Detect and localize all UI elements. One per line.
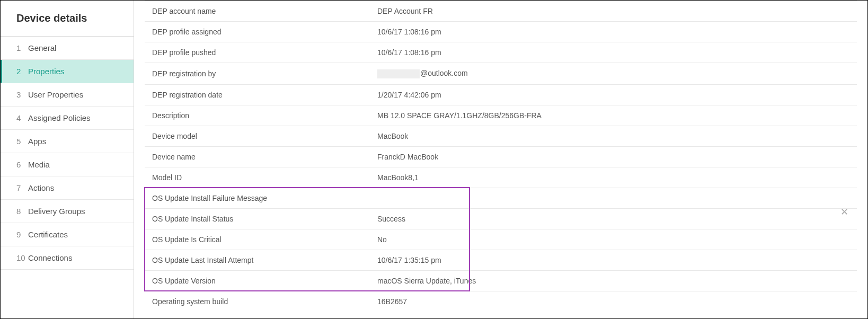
sidebar-item-num: 3: [16, 90, 27, 99]
sidebar-item-label: User Properties: [28, 90, 83, 99]
property-value: 10/6/17 1:08:16 pm: [370, 42, 857, 63]
sidebar-item-assigned-policies[interactable]: 4Assigned Policies: [1, 107, 134, 130]
property-label: Device model: [145, 126, 370, 146]
property-value: macOS Sierra Update, iTunes: [370, 270, 857, 291]
sidebar-item-media[interactable]: 6Media: [1, 153, 134, 176]
table-row: OS Update Is CriticalNo: [145, 229, 857, 250]
table-row: DEP profile assigned10/6/17 1:08:16 pm: [145, 22, 857, 42]
sidebar-item-num: 6: [16, 160, 27, 169]
sidebar-item-label: Certificates: [28, 230, 68, 239]
property-label: Model ID: [145, 167, 370, 188]
property-label: Device name: [145, 146, 370, 167]
property-value: MB 12.0 SPACE GRAY/1.1GHZ/8GB/256GB-FRA: [370, 105, 857, 126]
property-value: MacBook: [370, 126, 857, 146]
property-label: OS Update Install Failure Message: [145, 188, 370, 208]
sidebar-item-num: 4: [16, 113, 27, 122]
sidebar-nav: 1General2Properties3User Properties4Assi…: [1, 37, 134, 270]
table-row: Operating system build16B2657: [145, 291, 857, 312]
sidebar-item-connections[interactable]: 10Connections: [1, 246, 134, 270]
property-value: [370, 188, 857, 208]
table-row: Device nameFranckD MacBook: [145, 146, 857, 167]
sidebar-title: Device details: [1, 1, 134, 37]
table-row: DEP registration by@outlook.com: [145, 63, 857, 85]
property-value: 16B2657: [370, 291, 857, 312]
property-label: OS Update Install Status: [145, 208, 370, 229]
table-row: Model IDMacBook8,1: [145, 167, 857, 188]
sidebar-item-certificates[interactable]: 9Certificates: [1, 223, 134, 246]
table-row: DEP registration date1/20/17 4:42:06 pm: [145, 84, 857, 105]
table-row: Device modelMacBook: [145, 126, 857, 146]
property-label: DEP registration by: [145, 63, 370, 85]
redacted-block: [377, 69, 420, 78]
sidebar-item-label: Properties: [28, 67, 64, 76]
sidebar-item-num: 5: [16, 137, 27, 146]
property-value: 10/6/17 1:35:15 pm: [370, 250, 857, 270]
sidebar-item-actions[interactable]: 7Actions: [1, 176, 134, 200]
sidebar-item-label: Media: [28, 160, 50, 169]
property-value-text: @outlook.com: [420, 69, 468, 77]
sidebar-item-num: 1: [16, 43, 27, 52]
table-row: OS Update Last Install Attempt10/6/17 1:…: [145, 250, 857, 270]
sidebar-item-delivery-groups[interactable]: 8Delivery Groups: [1, 200, 134, 223]
sidebar-item-label: Apps: [28, 137, 46, 146]
sidebar-item-num: 10: [16, 253, 27, 262]
property-label: Operating system build: [145, 291, 370, 312]
property-label: DEP profile assigned: [145, 22, 370, 42]
property-value: No: [370, 229, 857, 250]
close-icon[interactable]: ✕: [840, 207, 848, 217]
properties-table: DEP account nameDEP Account FRDEP profil…: [145, 1, 857, 312]
sidebar-item-label: Delivery Groups: [28, 207, 85, 216]
table-row: OS Update Install Failure Message: [145, 188, 857, 208]
property-value: FranckD MacBook: [370, 146, 857, 167]
table-row: OS Update VersionmacOS Sierra Update, iT…: [145, 270, 857, 291]
sidebar-item-num: 9: [16, 230, 27, 239]
sidebar-item-num: 7: [16, 183, 27, 192]
property-value: @outlook.com: [370, 63, 857, 85]
sidebar-item-label: Connections: [28, 253, 72, 262]
property-value: Success: [370, 208, 857, 229]
sidebar-item-apps[interactable]: 5Apps: [1, 130, 134, 153]
property-label: DEP account name: [145, 1, 370, 22]
table-row: DescriptionMB 12.0 SPACE GRAY/1.1GHZ/8GB…: [145, 105, 857, 126]
property-label: Description: [145, 105, 370, 126]
property-label: OS Update Last Install Attempt: [145, 250, 370, 270]
property-label: OS Update Version: [145, 270, 370, 291]
property-value: 10/6/17 1:08:16 pm: [370, 22, 857, 42]
sidebar-item-general[interactable]: 1General: [1, 37, 134, 60]
table-row: DEP account nameDEP Account FR: [145, 1, 857, 22]
property-label: DEP registration date: [145, 84, 370, 105]
property-label: DEP profile pushed: [145, 42, 370, 63]
sidebar-item-properties[interactable]: 2Properties: [1, 60, 134, 83]
main-content: DEP account nameDEP Account FRDEP profil…: [134, 1, 867, 318]
sidebar-item-label: General: [28, 43, 56, 52]
property-label: OS Update Is Critical: [145, 229, 370, 250]
sidebar-item-label: Assigned Policies: [28, 113, 91, 122]
property-value: MacBook8,1: [370, 167, 857, 188]
property-value: DEP Account FR: [370, 1, 857, 22]
sidebar: Device details 1General2Properties3User …: [1, 1, 134, 318]
sidebar-item-num: 8: [16, 207, 27, 216]
table-row: DEP profile pushed10/6/17 1:08:16 pm: [145, 42, 857, 63]
table-row: OS Update Install StatusSuccess: [145, 208, 857, 229]
sidebar-item-label: Actions: [28, 183, 54, 192]
sidebar-item-user-properties[interactable]: 3User Properties: [1, 83, 134, 107]
sidebar-item-num: 2: [16, 67, 27, 76]
property-value: 1/20/17 4:42:06 pm: [370, 84, 857, 105]
